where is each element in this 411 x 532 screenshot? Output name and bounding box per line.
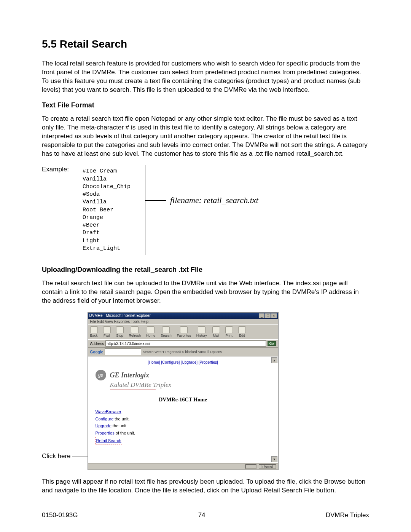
product-line: Kalatel DVMRe Triplex <box>110 381 271 389</box>
favorites-button[interactable]: Favorites <box>177 326 191 337</box>
footer-product: DVMRe Triplex <box>326 511 369 519</box>
retail-search-link[interactable]: Retail Search <box>96 438 121 443</box>
forward-button[interactable]: Fwd <box>103 326 111 337</box>
google-search-input[interactable] <box>105 348 141 355</box>
stop-button[interactable]: Stop <box>116 326 124 337</box>
scroll-down-icon[interactable]: ▼ <box>271 456 277 462</box>
scroll-up-icon[interactable]: ▲ <box>271 357 277 363</box>
top-nav-links[interactable]: [Home] [Configure] [Upgrade] [Properties… <box>96 360 271 364</box>
page-home-title: DVMRe-16CT Home <box>96 397 271 403</box>
print-button[interactable]: Print <box>225 326 233 337</box>
brand-underline <box>110 390 156 390</box>
section-heading: 5.5 Retail Search <box>42 38 369 50</box>
mail-button[interactable]: Mail <box>212 326 220 337</box>
wavebrowser-link[interactable]: WaveBrowser <box>96 409 121 414</box>
properties-link[interactable]: Properties <box>96 431 115 435</box>
back-button[interactable]: Back <box>90 326 98 337</box>
example-code-box: #Ice_Cream Vanilla Chocolate_Chip #Soda … <box>77 165 145 255</box>
page-footer: 0150-0193G 74 DVMRe Triplex <box>42 509 369 519</box>
subhead-upload-download: Uploading/Downloading the retail_search … <box>42 266 369 274</box>
status-bar: Internet <box>88 463 278 470</box>
address-input[interactable] <box>105 340 266 347</box>
footer-doc-id: 0150-0193G <box>42 511 78 519</box>
example-label: Example: <box>42 165 77 173</box>
menubar[interactable]: File Edit View Favorites Tools Help <box>88 319 278 324</box>
window-title: DVMRe - Microsoft Internet Explorer <box>89 313 151 318</box>
status-internet: Internet <box>259 464 276 469</box>
toolbar: Back Fwd Stop Refresh Home Search Favori… <box>88 324 278 339</box>
home-button[interactable]: Home <box>146 326 155 337</box>
filename-callout: filename: retail_search.txt <box>145 165 258 205</box>
configure-link[interactable]: Configure <box>96 417 114 421</box>
google-toolbar: Google Search Web ▾ PageRank 0 blocked A… <box>88 348 278 356</box>
connector-line <box>145 200 166 201</box>
maximize-icon[interactable]: □ <box>265 313 271 318</box>
status-zone <box>245 464 256 469</box>
ge-logo-icon: ge <box>96 370 106 380</box>
google-toolbar-buttons[interactable]: Search Web ▾ PageRank 0 blocked AutoFill… <box>143 350 222 354</box>
post-screenshot-paragraph: This page will appear if no retail text … <box>42 478 369 495</box>
footer-page-number: 74 <box>198 511 206 519</box>
address-bar: Address Go <box>88 339 278 348</box>
minimize-icon[interactable]: _ <box>259 313 264 318</box>
history-button[interactable]: History <box>196 326 207 337</box>
ge-brand: GE Interlogix <box>110 371 150 379</box>
subhead-text-file-format: Text File Format <box>42 101 369 109</box>
refresh-button[interactable]: Refresh <box>129 326 141 337</box>
google-label: Google <box>90 350 103 354</box>
page-content: ▲ ▼ [Home] [Configure] [Upgrade] [Proper… <box>88 356 278 463</box>
page-links: WaveBrowser Configure the unit. Upgrade … <box>96 408 271 444</box>
filename-caption: filename: retail_search.txt <box>170 195 258 205</box>
click-here-label: Click here <box>42 452 71 470</box>
search-button[interactable]: Search <box>161 326 172 337</box>
example-block: Example: #Ice_Cream Vanilla Chocolate_Ch… <box>42 165 369 255</box>
upgrade-link[interactable]: Upgrade <box>96 423 112 428</box>
edit-button[interactable]: Edit <box>238 326 246 337</box>
close-icon[interactable]: × <box>271 313 277 318</box>
address-label: Address <box>90 342 104 346</box>
text-file-format-paragraph: To create a retail search text file open… <box>42 115 369 158</box>
click-here-connector <box>72 457 88 457</box>
go-button[interactable]: Go <box>268 341 276 346</box>
window-titlebar: DVMRe - Microsoft Internet Explorer _ □ … <box>88 313 278 319</box>
intro-paragraph: The local retail search feature is provi… <box>42 59 369 94</box>
upload-paragraph: The retail search text file can be uploa… <box>42 279 369 305</box>
browser-screenshot: DVMRe - Microsoft Internet Explorer _ □ … <box>88 312 279 470</box>
